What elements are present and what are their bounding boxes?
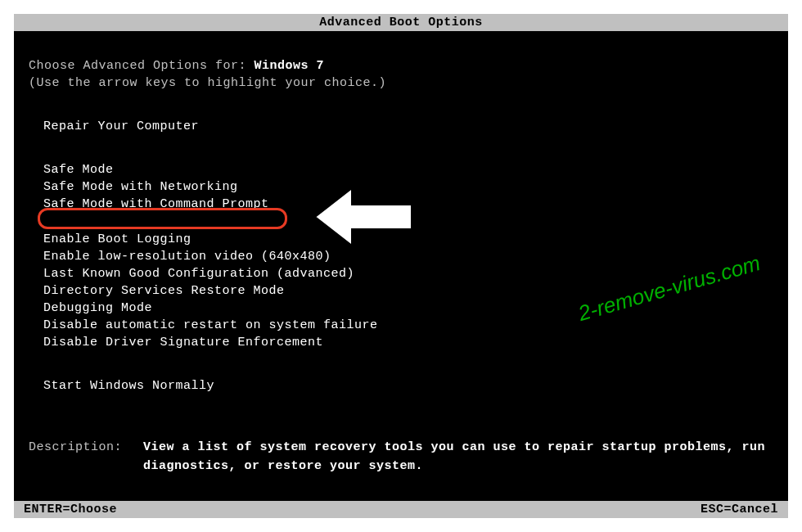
intro-line-1: Choose Advanced Options for: Windows 7 <box>29 57 773 74</box>
menu-item-last-known-good[interactable]: Last Known Good Configuration (advanced) <box>29 265 773 282</box>
description-row: Description: View a list of system recov… <box>29 439 773 476</box>
menu-item-safe-mode[interactable]: Safe Mode <box>29 161 773 178</box>
footer-bar: ENTER=Choose ESC=Cancel <box>14 501 788 518</box>
menu-item-debugging-mode[interactable]: Debugging Mode <box>29 300 773 317</box>
menu-item-low-res-video[interactable]: Enable low-resolution video (640x480) <box>29 248 773 265</box>
title-text: Advanced Boot Options <box>319 16 483 29</box>
selected-item-text: Safe Mode with Command Prompt <box>43 197 269 211</box>
os-name: Windows 7 <box>255 59 325 73</box>
menu-item-safe-mode-networking[interactable]: Safe Mode with Networking <box>29 178 773 196</box>
menu-item-safe-mode-cmd-selected[interactable]: Safe Mode with Command Prompt <box>29 196 269 213</box>
boot-options-screen: Advanced Boot Options Choose Advanced Op… <box>14 14 788 518</box>
menu-item-directory-services[interactable]: Directory Services Restore Mode <box>29 282 773 300</box>
menu-item-disable-driver-sig[interactable]: Disable Driver Signature Enforcement <box>29 334 773 351</box>
title-bar: Advanced Boot Options <box>14 14 788 31</box>
intro-line-2: (Use the arrow keys to highlight your ch… <box>29 74 773 92</box>
description-label: Description: <box>29 439 143 476</box>
menu-item-disable-auto-restart[interactable]: Disable automatic restart on system fail… <box>29 317 773 334</box>
menu-item-repair[interactable]: Repair Your Computer <box>29 118 773 135</box>
menu-item-start-normally[interactable]: Start Windows Normally <box>29 377 773 394</box>
description-text: View a list of system recovery tools you… <box>143 439 773 476</box>
footer-esc-hint: ESC=Cancel <box>701 503 778 516</box>
footer-enter-hint: ENTER=Choose <box>24 503 117 516</box>
content-area: Choose Advanced Options for: Windows 7 (… <box>14 31 788 476</box>
menu-item-boot-logging[interactable]: Enable Boot Logging <box>29 231 773 248</box>
